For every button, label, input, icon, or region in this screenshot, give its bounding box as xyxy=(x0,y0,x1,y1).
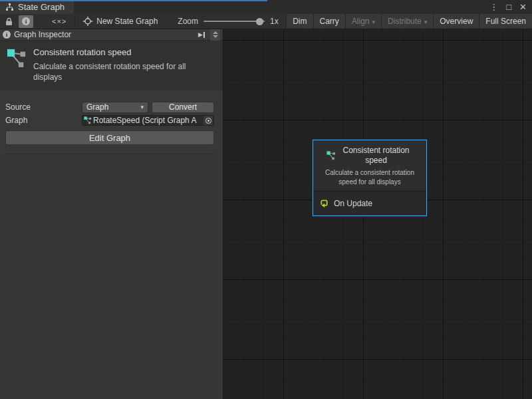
carry-label: Carry xyxy=(320,17,339,26)
chevron-down-icon: ▾ xyxy=(140,104,144,110)
zoom-slider[interactable] xyxy=(203,14,265,29)
dim-label: Dim xyxy=(293,17,307,26)
align-label: Align xyxy=(352,17,370,26)
code-view-button[interactable]: <×> xyxy=(49,15,69,28)
inspector-toggle-button[interactable]: i xyxy=(19,15,33,28)
toolbar-separator xyxy=(74,14,75,29)
carry-button[interactable]: Carry xyxy=(313,14,345,29)
distribute-button[interactable]: Distribute ▾ xyxy=(381,14,433,29)
maximize-icon[interactable]: □ xyxy=(506,3,511,11)
graph-field-label: Graph xyxy=(5,116,82,125)
new-state-graph-label: New State Graph xyxy=(96,17,158,26)
title-bar: State Graph ⋮ □ ✕ xyxy=(0,0,532,14)
graph-inspector-title: Graph Inspector xyxy=(14,30,71,39)
edit-graph-button[interactable]: Edit Graph xyxy=(5,130,214,145)
full-screen-button[interactable]: Full Screen xyxy=(479,14,532,29)
graph-inspector-panel: i Graph Inspector ▶ xyxy=(0,29,223,399)
convert-button[interactable]: Convert xyxy=(152,102,214,113)
unity-state-graph-window: State Graph ⋮ □ ✕ i <×> xyxy=(0,0,532,399)
chevron-down-icon: ▾ xyxy=(372,19,376,25)
on-update-label: On Update xyxy=(334,199,372,208)
graph-row: Graph RotateSpeed (Script Graph A xyxy=(5,114,214,126)
inspector-form: Source Graph ▾ Convert Graph xyxy=(0,90,223,154)
state-node-event-row[interactable]: On Update xyxy=(313,191,426,215)
tab-state-graph[interactable]: State Graph xyxy=(0,0,74,14)
new-state-graph-button[interactable]: New State Graph xyxy=(79,17,162,26)
convert-label: Convert xyxy=(169,102,197,112)
graph-object-field[interactable]: RotateSpeed (Script Graph A xyxy=(82,115,214,126)
zoom-slider-handle[interactable] xyxy=(256,18,263,25)
state-node-title: Consistent rotation speed xyxy=(339,146,414,166)
graph-inspector-header: i Graph Inspector ▶ xyxy=(0,29,223,41)
graph-description: Calculate a consistent rotation speed fo… xyxy=(33,61,193,82)
window-body: i Graph Inspector ▶ xyxy=(0,29,532,399)
crosshair-icon xyxy=(83,17,92,26)
info-icon: i xyxy=(3,31,11,39)
script-graph-icon xyxy=(7,47,27,82)
overview-label: Overview xyxy=(440,17,473,26)
inspector-empty-area xyxy=(0,154,223,399)
graph-canvas[interactable]: Consistent rotation speed Calculate a co… xyxy=(223,29,532,399)
focused-tab-highlight xyxy=(0,0,267,1)
on-update-loop-icon xyxy=(319,199,329,208)
dim-button[interactable]: Dim xyxy=(286,14,313,29)
info-icon: i xyxy=(22,17,30,25)
script-graph-icon xyxy=(327,151,336,160)
align-button[interactable]: Align ▾ xyxy=(345,14,381,29)
source-row: Source Graph ▾ Convert xyxy=(5,101,214,113)
window-menu-icon[interactable]: ⋮ xyxy=(489,3,498,11)
arrow-up-icon xyxy=(213,31,218,34)
code-icon: <×> xyxy=(52,17,66,25)
full-screen-label: Full Screen xyxy=(485,17,526,26)
source-value: Graph xyxy=(86,102,108,112)
tab-label: State Graph xyxy=(18,2,65,12)
close-icon[interactable]: ✕ xyxy=(519,3,527,11)
distribute-label: Distribute xyxy=(388,17,422,26)
state-node-title-row: Consistent rotation speed xyxy=(318,146,422,166)
object-picker-button[interactable] xyxy=(203,116,213,125)
graph-title: Consistent rotation speed xyxy=(33,47,193,57)
graph-summary-block: Consistent rotation speed Calculate a co… xyxy=(0,41,223,90)
lock-button[interactable] xyxy=(1,15,16,28)
zoom-value: 1x xyxy=(270,17,279,26)
state-node[interactable]: Consistent rotation speed Calculate a co… xyxy=(313,140,427,216)
source-dropdown[interactable]: Graph ▾ xyxy=(82,102,148,113)
zoom-label: Zoom xyxy=(178,17,198,26)
graph-summary-text: Consistent rotation speed Calculate a co… xyxy=(33,47,193,82)
state-node-header: Consistent rotation speed Calculate a co… xyxy=(313,140,426,191)
source-label: Source xyxy=(5,102,82,112)
window-controls: ⋮ □ ✕ xyxy=(489,0,532,14)
edit-graph-label: Edit Graph xyxy=(89,133,130,143)
overview-button[interactable]: Overview xyxy=(433,14,479,29)
state-graph-icon xyxy=(5,3,14,11)
lock-icon xyxy=(5,17,13,26)
arrow-down-icon xyxy=(213,35,218,38)
toolbar-left-group: i <×> New State Graph Zoom xyxy=(0,14,279,29)
state-node-description: Calculate a consistent rotation speed fo… xyxy=(318,168,422,186)
chevron-down-icon: ▾ xyxy=(424,19,428,25)
panel-scrubber[interactable] xyxy=(210,29,220,41)
dock-toggle-icon[interactable]: ▶ xyxy=(196,31,207,38)
script-graph-icon xyxy=(84,116,92,124)
toolbar-right-group: Dim Carry Align ▾ Distribute ▾ Overview … xyxy=(286,14,532,29)
graph-toolbar: i <×> New State Graph Zoom xyxy=(0,14,532,29)
object-picker-icon xyxy=(205,118,211,124)
zoom-control: Zoom 1x xyxy=(178,14,278,29)
graph-field-value: RotateSpeed (Script Graph A xyxy=(93,116,203,125)
